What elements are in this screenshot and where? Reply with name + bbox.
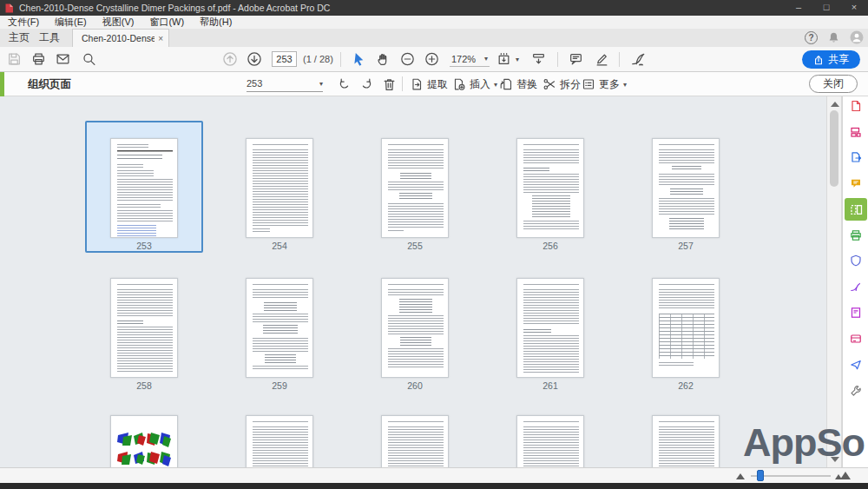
scrollbar-thumb[interactable]: [830, 110, 838, 187]
delete-pages-icon[interactable]: [382, 72, 397, 96]
print-icon[interactable]: [31, 52, 46, 67]
page-thumbnail-263[interactable]: [85, 398, 203, 467]
page-thumbnail-264[interactable]: [220, 398, 339, 467]
notifications-bell-icon[interactable]: [827, 31, 840, 44]
toolbar-divider: [402, 76, 403, 91]
account-avatar[interactable]: [850, 30, 864, 44]
sign-quill-icon[interactable]: [630, 51, 646, 67]
share-icon: [813, 55, 824, 65]
fit-width-icon[interactable]: [531, 52, 546, 67]
share-button[interactable]: 共享: [802, 50, 860, 69]
zoom-level-dropdown[interactable]: 172% ▾: [450, 51, 490, 67]
create-pdf-icon[interactable]: [845, 95, 867, 117]
scan-ocr-icon[interactable]: [845, 224, 867, 247]
fill-sign-icon[interactable]: [845, 275, 867, 298]
page-number-label: 258: [136, 380, 152, 391]
page-thumbnail-258[interactable]: 258: [85, 261, 203, 393]
export-pdf-icon[interactable]: [845, 146, 867, 169]
insert-pages-button[interactable]: 插入 ▾: [452, 72, 497, 96]
split-document-button[interactable]: 拆分: [542, 72, 581, 96]
zoom-larger-icon[interactable]: [840, 472, 851, 479]
zoom-slider-thumb[interactable]: [757, 470, 764, 481]
extract-pages-button[interactable]: 提取: [410, 72, 448, 96]
more-options-button[interactable]: 更多 ▾: [582, 72, 627, 96]
replace-icon: [499, 77, 513, 91]
page-thumbnail-260[interactable]: 260: [356, 261, 474, 393]
more-tools-icon[interactable]: [845, 380, 867, 402]
page-display-icon[interactable]: [496, 52, 511, 67]
split-label: 拆分: [560, 77, 581, 92]
tab-home[interactable]: 主页: [9, 29, 30, 47]
menu-edit[interactable]: 编辑(E): [47, 16, 95, 29]
page-thumbnail-262[interactable]: 262: [627, 261, 745, 393]
page-thumbnail-266[interactable]: [491, 398, 609, 467]
more-label: 更多: [599, 77, 620, 92]
search-icon[interactable]: [82, 52, 96, 67]
chevron-down-icon: ▾: [484, 55, 488, 63]
tab-document[interactable]: Chen-2010-Dense ... ×: [72, 29, 169, 47]
extract-icon: [410, 77, 424, 91]
page-254-preview: [246, 138, 313, 238]
page-number-input[interactable]: [272, 51, 297, 67]
insert-icon: [452, 77, 466, 91]
page-number-label: 261: [542, 380, 558, 391]
page-thumbnail-261[interactable]: 261: [491, 261, 609, 393]
menu-view[interactable]: 视图(V): [95, 16, 142, 29]
page-display-caret-icon[interactable]: ▾: [516, 56, 519, 63]
prepare-form-icon[interactable]: [845, 301, 867, 324]
vertical-scrollbar[interactable]: [826, 96, 842, 467]
previous-page-icon[interactable]: [222, 51, 238, 67]
tab-close-icon[interactable]: ×: [158, 34, 163, 43]
comment-tool-icon[interactable]: [845, 172, 867, 195]
page-count-label: (1 / 28): [303, 47, 333, 72]
menu-file[interactable]: 文件(F): [0, 16, 47, 29]
help-icon[interactable]: ?: [805, 31, 818, 44]
tab-tools[interactable]: 工具: [39, 29, 60, 47]
tab-bar: 主页 工具 Chen-2010-Dense ... × ?: [0, 29, 868, 47]
page-range-value[interactable]: [247, 78, 299, 89]
main-toolbar: (1 / 28) 172% ▾ ▾ 共享: [0, 47, 868, 72]
hand-tool-icon[interactable]: [376, 52, 391, 67]
rotate-cw-icon[interactable]: [359, 72, 374, 96]
maximize-button[interactable]: □: [812, 0, 840, 16]
page-thumbnail-259[interactable]: 259: [220, 261, 339, 393]
organize-pages-title: 组织页面: [28, 72, 71, 96]
page-264-preview: [246, 415, 313, 467]
comment-icon[interactable]: [569, 52, 583, 67]
title-bar: Chen-2010-Dense Crystalline Dimer Packin…: [0, 0, 868, 16]
page-number-label: 257: [678, 241, 694, 251]
email-icon[interactable]: [56, 52, 70, 67]
page-thumbnail-255[interactable]: 255: [356, 121, 474, 253]
page-thumbnail-267[interactable]: [627, 398, 745, 467]
page-262-preview: [652, 278, 720, 378]
thumbnail-zoom-bar: [0, 467, 868, 483]
page-thumbnail-256[interactable]: 256: [491, 121, 609, 253]
combine-files-icon[interactable]: [845, 121, 867, 143]
menu-window[interactable]: 窗口(W): [141, 16, 192, 29]
page-thumbnail-253[interactable]: 253: [85, 121, 203, 253]
rotate-ccw-icon[interactable]: [337, 72, 352, 96]
close-button[interactable]: ×: [840, 0, 868, 16]
replace-pages-button[interactable]: 替换: [499, 72, 537, 96]
page-thumbnail-265[interactable]: [356, 398, 474, 467]
thumbnail-grid: 253 254 255 256 257 258: [0, 96, 826, 467]
next-page-icon[interactable]: [247, 51, 262, 67]
send-review-icon[interactable]: [845, 354, 867, 376]
zoom-out-icon[interactable]: [400, 52, 415, 67]
protect-shield-icon[interactable]: [845, 249, 867, 272]
zoom-in-icon[interactable]: [424, 52, 439, 67]
organize-pages-icon[interactable]: [845, 198, 867, 221]
page-range-dropdown[interactable]: ▾: [247, 76, 323, 92]
scroll-up-icon[interactable]: [831, 102, 839, 107]
highlight-pen-icon[interactable]: [595, 52, 609, 67]
save-icon[interactable]: [7, 52, 22, 67]
select-tool-icon[interactable]: [352, 52, 366, 67]
page-thumbnail-257[interactable]: 257: [627, 121, 745, 253]
zoom-smaller-icon[interactable]: [736, 473, 745, 479]
chevron-down-icon: ▾: [623, 81, 627, 89]
page-thumbnail-254[interactable]: 254: [220, 121, 339, 253]
close-organize-button[interactable]: 关闭: [809, 75, 858, 93]
edit-pdf-icon[interactable]: [845, 327, 867, 350]
menu-help[interactable]: 帮助(H): [192, 16, 240, 29]
minimize-button[interactable]: –: [785, 0, 812, 16]
